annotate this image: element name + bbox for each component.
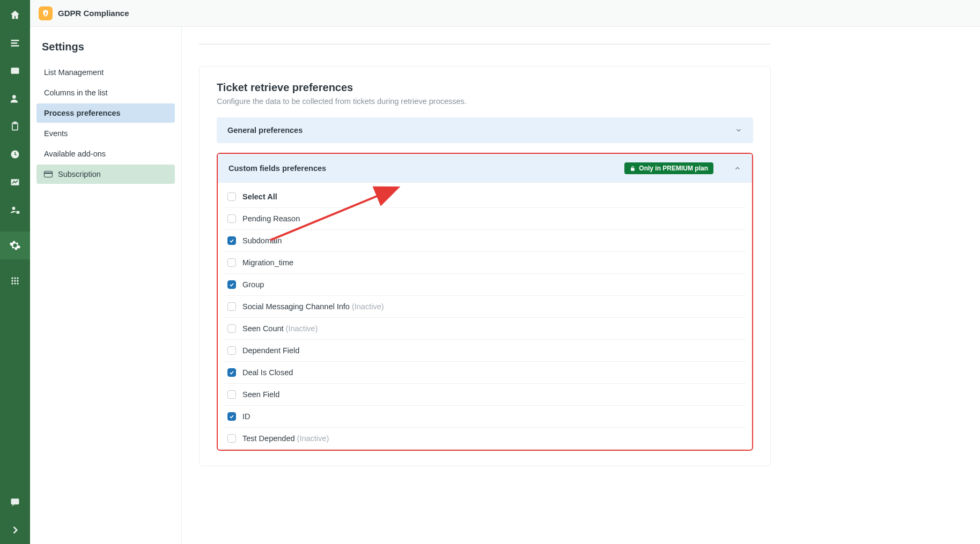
divider	[199, 44, 771, 44]
field-list: Select All Pending Reason Subdomain Migr…	[218, 183, 752, 450]
field-label: ID	[242, 412, 250, 421]
top-bar: GDPR Compliance	[30, 0, 980, 27]
field-label: Pending Reason	[242, 214, 300, 223]
accordion-label: Custom fields preferences	[229, 164, 326, 173]
svg-rect-20	[11, 498, 19, 504]
premium-badge: Only in PREMIUM plan	[624, 162, 713, 174]
card-icon	[44, 171, 53, 177]
svg-rect-1	[11, 42, 18, 44]
sidebar-item-columns-in-the-list[interactable]: Columns in the list	[36, 83, 175, 102]
checkbox[interactable]	[227, 258, 236, 267]
clipboard-icon[interactable]	[9, 120, 21, 133]
field-row[interactable]: Pending Reason	[224, 208, 746, 230]
field-label: Test Depended (Inactive)	[242, 434, 329, 443]
general-preferences-accordion[interactable]: General preferences	[217, 117, 753, 143]
field-label: Dependent Field	[242, 346, 299, 355]
svg-point-19	[17, 282, 18, 284]
clock-icon[interactable]	[9, 148, 21, 161]
sidebar-item-label: Subscription	[58, 170, 101, 178]
checkbox[interactable]	[227, 368, 236, 377]
field-label: Seen Count (Inactive)	[242, 324, 318, 333]
chat-icon[interactable]	[9, 496, 21, 509]
svg-rect-3	[11, 68, 19, 74]
field-row[interactable]: Group	[224, 274, 746, 296]
checkbox[interactable]	[227, 214, 236, 223]
sidebar-item-label: List Management	[44, 68, 104, 77]
premium-badge-text: Only in PREMIUM plan	[639, 165, 708, 172]
svg-rect-22	[45, 13, 47, 15]
body-split: Settings List ManagementColumns in the l…	[30, 27, 980, 544]
lock-icon	[630, 166, 636, 172]
checkbox[interactable]	[227, 434, 236, 443]
user-icon[interactable]	[9, 92, 21, 105]
sidebar-item-list-management[interactable]: List Management	[36, 63, 175, 82]
list-icon[interactable]	[9, 36, 21, 49]
field-label: Deal Is Closed	[242, 368, 293, 377]
inactive-tag: (Inactive)	[352, 302, 384, 311]
sidebar-item-label: Process preferences	[44, 109, 121, 117]
custom-fields-section: Custom fields preferences Only in PREMIU…	[217, 153, 753, 451]
checkbox[interactable]	[227, 412, 236, 421]
field-row[interactable]: Migration_time	[224, 252, 746, 274]
svg-rect-2	[11, 45, 19, 47]
field-label: Group	[242, 280, 264, 289]
app-title: GDPR Compliance	[58, 9, 129, 18]
checkbox[interactable]	[227, 236, 236, 245]
checkbox[interactable]	[227, 324, 236, 333]
field-row[interactable]: Social Messaging Channel Info (Inactive)	[224, 296, 746, 318]
settings-heading: Settings	[36, 38, 175, 63]
field-label: Migration_time	[242, 258, 293, 267]
icon-rail	[0, 0, 30, 544]
svg-point-16	[17, 280, 18, 281]
field-row[interactable]: Deal Is Closed	[224, 362, 746, 384]
field-row[interactable]: ID	[224, 406, 746, 428]
sidebar-item-process-preferences[interactable]: Process preferences	[36, 103, 175, 123]
inactive-tag: (Inactive)	[297, 434, 329, 443]
apps-icon[interactable]	[9, 274, 21, 287]
panel-subtitle: Configure the data to be collected from …	[217, 97, 753, 106]
checkbox[interactable]	[227, 346, 236, 355]
field-row[interactable]: Dependent Field	[224, 340, 746, 362]
sidebar-item-label: Columns in the list	[44, 88, 107, 97]
sidebar-item-label: Available add-ons	[44, 150, 106, 158]
user-lock-icon[interactable]	[9, 204, 21, 217]
svg-point-12	[14, 277, 16, 279]
chart-icon[interactable]	[9, 176, 21, 189]
svg-rect-23	[631, 168, 635, 170]
field-row[interactable]: Test Depended (Inactive)	[224, 428, 746, 450]
home-icon[interactable]	[9, 9, 21, 21]
svg-point-18	[14, 282, 16, 284]
content-area: Ticket retrieve preferences Configure th…	[182, 27, 980, 544]
svg-point-4	[12, 95, 16, 99]
select-all-row[interactable]: Select All	[224, 186, 746, 208]
svg-point-11	[11, 277, 13, 279]
chevron-down-icon	[735, 126, 742, 134]
field-row[interactable]: Seen Count (Inactive)	[224, 318, 746, 340]
sidebar-item-events[interactable]: Events	[36, 124, 175, 143]
custom-fields-accordion[interactable]: Custom fields preferences Only in PREMIU…	[218, 154, 752, 183]
svg-point-21	[45, 12, 47, 13]
ticket-icon[interactable]	[9, 64, 21, 77]
svg-point-15	[14, 280, 16, 281]
sidebar-item-available-add-ons[interactable]: Available add-ons	[36, 144, 175, 163]
accordion-label: General preferences	[227, 126, 303, 135]
sidebar-item-label: Events	[44, 129, 68, 138]
settings-icon[interactable]	[0, 232, 30, 259]
checkbox[interactable]	[227, 192, 236, 201]
accordion-right: Only in PREMIUM plan	[624, 162, 741, 174]
field-label: Subdomain	[242, 236, 282, 245]
sidebar-item-subscription[interactable]: Subscription	[36, 165, 175, 184]
checkbox[interactable]	[227, 390, 236, 399]
select-all-label: Select All	[242, 192, 277, 201]
app-logo-icon	[39, 6, 53, 20]
svg-point-13	[17, 277, 18, 279]
field-label: Seen Field	[242, 390, 279, 399]
field-row[interactable]: Subdomain	[224, 230, 746, 252]
svg-point-9	[12, 207, 16, 210]
checkbox[interactable]	[227, 302, 236, 311]
checkbox[interactable]	[227, 280, 236, 289]
field-row[interactable]: Seen Field	[224, 384, 746, 406]
panel-title: Ticket retrieve preferences	[217, 81, 753, 94]
app-root: GDPR Compliance Settings List Management…	[0, 0, 980, 544]
expand-icon[interactable]	[9, 524, 21, 536]
